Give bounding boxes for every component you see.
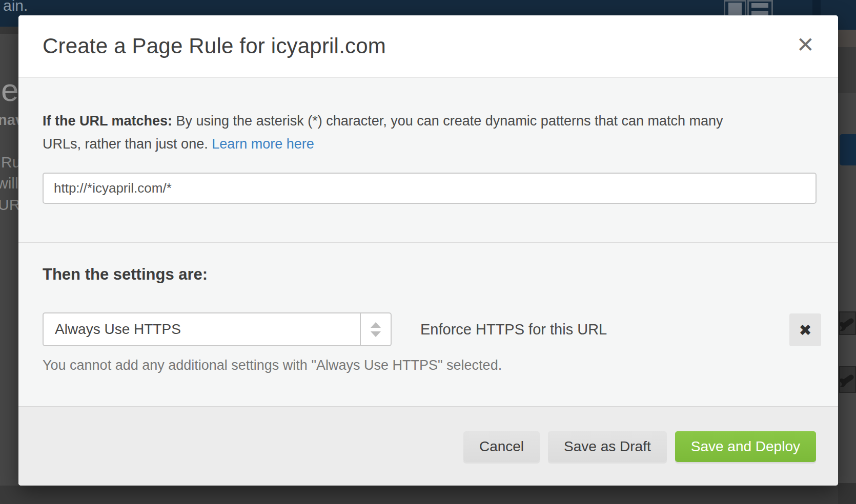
background-edit-row-fragment bbox=[839, 366, 856, 393]
background-text-fragment: e bbox=[1, 72, 18, 108]
background-grid-icon-square bbox=[728, 3, 742, 15]
background-text-fragment: ain. bbox=[3, 0, 28, 14]
background-bottom-band bbox=[0, 486, 856, 504]
learn-more-link[interactable]: Learn more here bbox=[212, 136, 314, 152]
background-text-fragment: Ru bbox=[1, 154, 21, 171]
chevron-up-icon bbox=[371, 322, 381, 328]
background-subheader-band bbox=[0, 27, 18, 34]
modal-header: Create a Page Rule for icyapril.com ✕ bbox=[18, 15, 838, 78]
wrench-icon bbox=[841, 373, 854, 385]
wrench-icon bbox=[841, 317, 854, 329]
url-match-label: If the URL matches: bbox=[43, 113, 172, 129]
url-pattern-input[interactable] bbox=[43, 173, 817, 204]
background-right-bottom-band bbox=[838, 483, 856, 504]
remove-setting-button[interactable]: ✖ bbox=[789, 313, 821, 346]
select-stepper-icon bbox=[360, 313, 391, 345]
section-divider bbox=[18, 242, 838, 243]
background-right-band bbox=[838, 30, 856, 47]
background-text-fragment: will bbox=[0, 175, 18, 192]
background-navbar-icon-fragment bbox=[812, 0, 821, 15]
modal-title: Create a Page Rule for icyapril.com bbox=[43, 34, 386, 58]
settings-heading: Then the settings are: bbox=[43, 265, 208, 284]
save-as-draft-button[interactable]: Save as Draft bbox=[548, 431, 667, 462]
create-page-rule-modal: Create a Page Rule for icyapril.com ✕ If… bbox=[18, 15, 838, 486]
background-blue-button-fragment bbox=[840, 134, 856, 165]
modal-footer: Cancel Save as Draft Save and Deploy bbox=[18, 406, 838, 486]
cancel-button[interactable]: Cancel bbox=[463, 431, 540, 462]
close-icon[interactable]: ✕ bbox=[797, 34, 814, 56]
background-list-icon-bar bbox=[751, 11, 768, 15]
setting-note: You cannot add any additional settings w… bbox=[43, 358, 502, 373]
background-list-icon-bar bbox=[751, 3, 768, 8]
chevron-down-icon bbox=[371, 331, 381, 337]
background-text-fragment: UR bbox=[0, 196, 20, 214]
setting-select-dropdown[interactable]: Always Use HTTPS bbox=[43, 312, 392, 346]
background-edit-row-fragment bbox=[839, 311, 856, 335]
background-right-band bbox=[838, 47, 856, 93]
url-match-description: If the URL matches: By using the asteris… bbox=[43, 110, 760, 156]
setting-select-value: Always Use HTTPS bbox=[55, 313, 181, 345]
setting-description: Enforce HTTPS for this URL bbox=[420, 312, 607, 346]
save-and-deploy-button[interactable]: Save and Deploy bbox=[675, 431, 816, 462]
modal-body: If the URL matches: By using the asteris… bbox=[18, 78, 838, 406]
